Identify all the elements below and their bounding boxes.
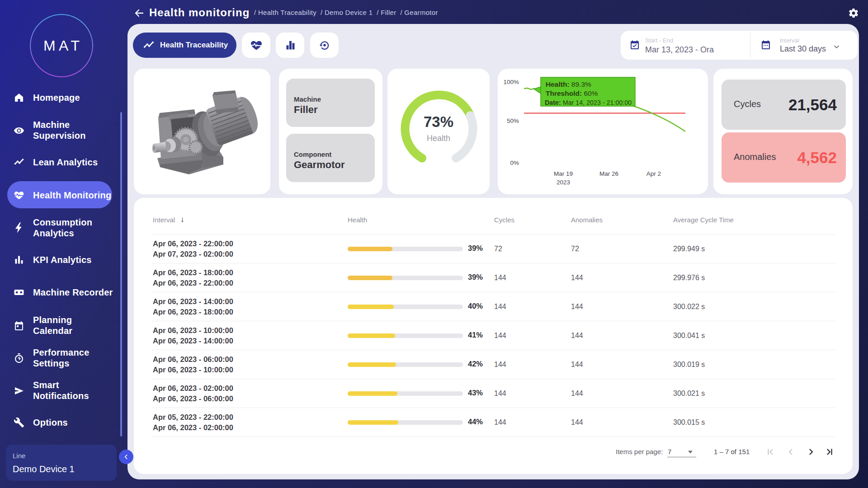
svg-text:Mar 26: Mar 26	[599, 170, 618, 177]
svg-text:73%: 73%	[424, 113, 453, 130]
svg-text:Health: Health	[427, 134, 450, 143]
svg-text:0%: 0%	[510, 160, 519, 166]
svg-text:Threshold: 60%: Threshold: 60%	[546, 89, 598, 97]
svg-text:Mar 19: Mar 19	[554, 170, 573, 177]
svg-text:Date: Mar 14, 2023 - 21:00:00: Date: Mar 14, 2023 - 21:00:00	[545, 99, 632, 106]
svg-text:100%: 100%	[503, 79, 519, 85]
svg-text:50%: 50%	[507, 117, 519, 124]
svg-text:Health: 89.3%: Health: 89.3%	[546, 80, 591, 88]
svg-text:2023: 2023	[557, 179, 570, 186]
svg-text:Apr 2: Apr 2	[646, 170, 661, 177]
